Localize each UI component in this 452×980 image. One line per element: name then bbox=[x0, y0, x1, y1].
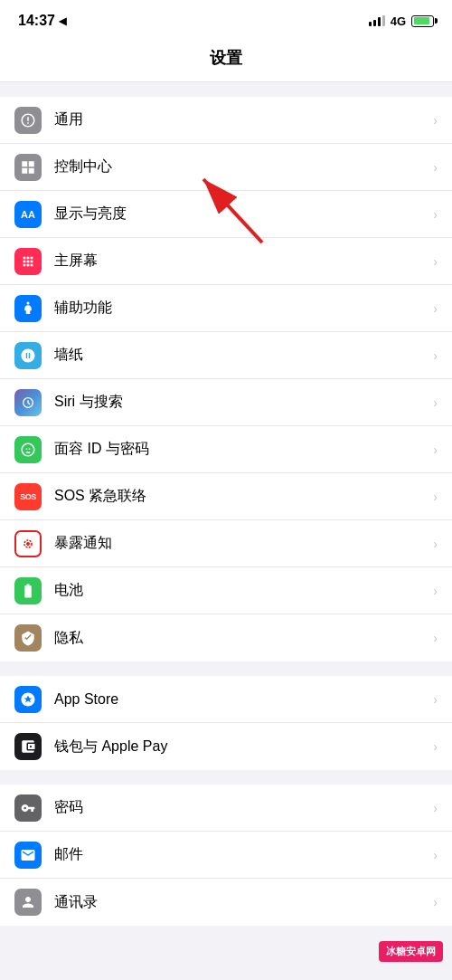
sos-icon: SOS bbox=[14, 483, 42, 510]
exposure-chevron: › bbox=[433, 537, 438, 551]
svg-point-2 bbox=[27, 301, 30, 304]
settings-item-accessibility[interactable]: 辅助功能 › bbox=[0, 285, 452, 332]
display-label: 显示与亮度 bbox=[54, 205, 426, 224]
signal-bar-3 bbox=[378, 17, 381, 26]
face-id-chevron: › bbox=[433, 442, 438, 457]
privacy-label: 隐私 bbox=[54, 629, 426, 648]
mail-label: 邮件 bbox=[54, 845, 426, 864]
settings-item-battery[interactable]: 电池 › bbox=[0, 567, 452, 614]
battery-chevron: › bbox=[433, 584, 438, 598]
page-title: 设置 bbox=[0, 47, 452, 69]
display-chevron: › bbox=[433, 207, 438, 222]
password-chevron: › bbox=[433, 801, 438, 815]
battery-indicator bbox=[411, 15, 434, 27]
home-screen-chevron: › bbox=[433, 254, 438, 269]
settings-item-siri[interactable]: Siri 与搜索 › bbox=[0, 379, 452, 426]
control-center-icon bbox=[14, 154, 42, 181]
wallet-chevron: › bbox=[433, 739, 438, 754]
network-indicator: 4G bbox=[391, 14, 406, 28]
settings-item-contacts[interactable]: 通讯录 › bbox=[0, 879, 452, 926]
battery-label: 电池 bbox=[54, 581, 426, 600]
exposure-label: 暴露通知 bbox=[54, 534, 426, 553]
siri-label: Siri 与搜索 bbox=[54, 393, 426, 412]
siri-icon bbox=[14, 389, 42, 416]
svg-point-5 bbox=[26, 542, 30, 546]
settings-item-face-id[interactable]: 面容 ID 与密码 › bbox=[0, 426, 452, 473]
signal-bar-2 bbox=[373, 20, 376, 26]
password-icon bbox=[14, 794, 42, 822]
home-screen-label: 主屏幕 bbox=[54, 252, 426, 271]
settings-item-general[interactable]: 通用 › bbox=[0, 97, 452, 144]
exposure-icon bbox=[14, 530, 42, 557]
spacer-top bbox=[0, 82, 452, 97]
settings-item-wallet[interactable]: 钱包与 Apple Pay › bbox=[0, 723, 452, 770]
signal-bar-4 bbox=[382, 15, 385, 26]
contacts-label: 通讯录 bbox=[54, 893, 426, 912]
signal-bars bbox=[369, 15, 385, 26]
wallpaper-icon bbox=[14, 342, 42, 369]
status-icons: 4G bbox=[369, 14, 434, 28]
app-store-chevron: › bbox=[433, 692, 438, 707]
settings-item-display[interactable]: AA 显示与亮度 › bbox=[0, 191, 452, 238]
settings-item-sos[interactable]: SOS SOS 紧急联络 › bbox=[0, 473, 452, 520]
settings-item-wallpaper[interactable]: 墙纸 › bbox=[0, 332, 452, 379]
settings-group-1: 通用 › 控制中心 › AA 显示与亮度 › 主屏幕 › 辅助功能 › 墙纸 › bbox=[0, 97, 452, 661]
mail-icon bbox=[14, 842, 42, 869]
battery-body bbox=[411, 15, 434, 27]
contacts-chevron: › bbox=[433, 895, 438, 909]
page-title-bar: 设置 bbox=[0, 36, 452, 82]
spacer-2 bbox=[0, 661, 452, 676]
status-bar: 14:37 ◀ 4G bbox=[0, 0, 452, 36]
privacy-chevron: › bbox=[433, 631, 438, 645]
settings-item-password[interactable]: 密码 › bbox=[0, 785, 452, 832]
password-label: 密码 bbox=[54, 798, 426, 817]
settings-item-privacy[interactable]: 隐私 › bbox=[0, 614, 452, 661]
contacts-icon bbox=[14, 889, 42, 916]
spacer-3 bbox=[0, 770, 452, 785]
accessibility-chevron: › bbox=[433, 301, 438, 316]
wallet-label: 钱包与 Apple Pay bbox=[54, 737, 426, 756]
general-icon bbox=[14, 107, 42, 134]
settings-item-mail[interactable]: 邮件 › bbox=[0, 832, 452, 879]
general-chevron: › bbox=[433, 113, 438, 128]
privacy-icon bbox=[14, 624, 42, 652]
sos-label: SOS 紧急联络 bbox=[54, 487, 426, 506]
settings-item-app-store[interactable]: App Store › bbox=[0, 676, 452, 723]
wallet-icon bbox=[14, 733, 42, 760]
settings-group-2: App Store › 钱包与 Apple Pay › bbox=[0, 676, 452, 770]
accessibility-label: 辅助功能 bbox=[54, 299, 426, 318]
home-screen-icon bbox=[14, 248, 42, 275]
battery-fill bbox=[414, 17, 429, 24]
face-id-icon bbox=[14, 436, 42, 463]
battery-icon bbox=[14, 577, 42, 604]
location-icon: ◀ bbox=[59, 15, 66, 27]
siri-chevron: › bbox=[433, 395, 438, 410]
settings-item-control-center[interactable]: 控制中心 › bbox=[0, 144, 452, 191]
sos-chevron: › bbox=[433, 490, 438, 504]
status-time: 14:37 ◀ bbox=[18, 13, 66, 29]
face-id-label: 面容 ID 与密码 bbox=[54, 440, 426, 459]
time-display: 14:37 bbox=[18, 13, 55, 29]
general-label: 通用 bbox=[54, 110, 426, 129]
signal-bar-1 bbox=[369, 22, 372, 26]
control-center-label: 控制中心 bbox=[54, 157, 426, 176]
display-icon: AA bbox=[14, 201, 42, 228]
wallpaper-chevron: › bbox=[433, 348, 438, 363]
watermark: 冰糖安卓网 bbox=[379, 941, 443, 962]
app-store-icon bbox=[14, 686, 42, 713]
settings-group-3: 密码 › 邮件 › 通讯录 › bbox=[0, 785, 452, 926]
mail-chevron: › bbox=[433, 848, 438, 862]
app-store-label: App Store bbox=[54, 691, 426, 708]
accessibility-icon bbox=[14, 295, 42, 322]
settings-item-home-screen[interactable]: 主屏幕 › bbox=[0, 238, 452, 285]
control-center-chevron: › bbox=[433, 160, 438, 175]
wallpaper-label: 墙纸 bbox=[54, 346, 426, 365]
settings-item-exposure[interactable]: 暴露通知 › bbox=[0, 520, 452, 567]
